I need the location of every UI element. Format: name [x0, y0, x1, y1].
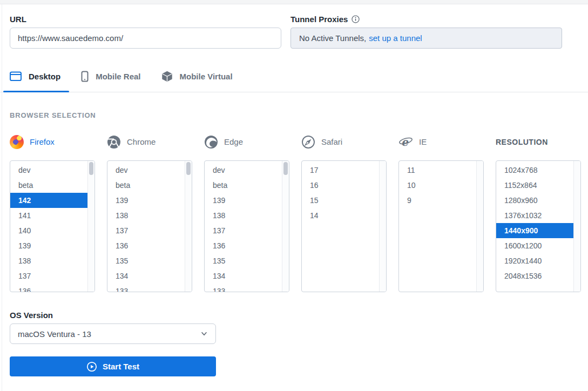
- tunnel-status-box: No Active Tunnels, set up a tunnel: [290, 28, 562, 49]
- list-item[interactable]: 10: [399, 178, 476, 193]
- list-item[interactable]: 138: [10, 253, 87, 268]
- list-item[interactable]: 133: [107, 284, 185, 292]
- list-item[interactable]: dev: [10, 163, 87, 178]
- scrollbar-thumb[interactable]: [186, 162, 191, 175]
- tab-mobile-real-label: Mobile Real: [96, 72, 140, 81]
- list-item[interactable]: 137: [107, 223, 185, 238]
- list-item[interactable]: 135: [205, 253, 282, 268]
- play-icon: [86, 361, 97, 372]
- scrollbar-track[interactable]: [573, 161, 580, 292]
- ie-version-list: 11109: [399, 161, 476, 292]
- edge-version-listbox: devbeta139138137136135134133: [204, 160, 289, 292]
- scrollbar-track[interactable]: [379, 161, 386, 292]
- list-item[interactable]: 136: [10, 284, 87, 292]
- scrollbar-track[interactable]: [87, 161, 94, 292]
- browser-name-chrome: Chrome: [127, 137, 156, 146]
- scrollbar-thumb[interactable]: [89, 162, 93, 175]
- svg-text:e: e: [401, 136, 409, 149]
- list-item[interactable]: 133: [205, 284, 282, 292]
- tabs-divider: [0, 92, 588, 92]
- list-item[interactable]: dev: [205, 163, 282, 178]
- resolution-list: 1024x7681152x8641280x9601376x10321440x90…: [496, 161, 573, 292]
- tab-mobile-virtual[interactable]: Mobile Virtual: [161, 71, 233, 82]
- list-item[interactable]: 136: [107, 238, 185, 253]
- list-item[interactable]: 141: [10, 208, 87, 223]
- tab-mobile-real[interactable]: Mobile Real: [81, 71, 140, 82]
- tab-mobile-virtual-label: Mobile Virtual: [180, 72, 233, 81]
- start-test-label: Start Test: [103, 362, 139, 371]
- firefox-icon: [10, 135, 24, 149]
- list-item[interactable]: 16: [302, 178, 379, 193]
- scrollbar-track[interactable]: [185, 161, 192, 292]
- list-item[interactable]: 14: [302, 208, 379, 223]
- tab-desktop[interactable]: Desktop: [10, 71, 60, 82]
- mobile-virtual-icon: [161, 71, 173, 82]
- setup-tunnel-link[interactable]: set up a tunnel: [369, 33, 422, 43]
- chrome-icon: [107, 135, 121, 149]
- active-tab-indicator: [3, 91, 69, 92]
- list-item[interactable]: 142: [10, 193, 87, 208]
- info-icon[interactable]: [352, 15, 360, 23]
- list-item[interactable]: 1152x864: [496, 178, 573, 193]
- resolution-listbox: 1024x7681152x8641280x9601376x10321440x90…: [496, 160, 581, 292]
- list-item[interactable]: 1600x1200: [496, 238, 573, 253]
- ie-icon: e: [398, 135, 413, 149]
- os-version-value: macOS Ventura - 13: [18, 329, 91, 339]
- safari-version-list: 17161514: [302, 161, 379, 292]
- list-item[interactable]: 139: [10, 238, 87, 253]
- browser-option-chrome[interactable]: Chrome: [107, 134, 192, 149]
- list-item[interactable]: 1440x900: [496, 223, 573, 238]
- scrollbar-thumb[interactable]: [283, 162, 288, 175]
- os-version-select[interactable]: macOS Ventura - 13: [10, 323, 216, 344]
- list-item[interactable]: 1920x1440: [496, 253, 573, 268]
- column-chrome: Chrome devbeta139138137136135134133: [107, 134, 192, 292]
- list-item[interactable]: 135: [107, 253, 185, 268]
- list-item[interactable]: 137: [10, 268, 87, 284]
- list-item[interactable]: 17: [302, 163, 379, 178]
- panel-left-edge: [2, 4, 2, 391]
- browser-selection-heading: BROWSER SELECTION: [10, 111, 96, 119]
- safari-version-listbox: 17161514: [301, 160, 387, 292]
- column-resolution: RESOLUTION 1024x7681152x8641280x9601376x…: [496, 134, 581, 292]
- resolution-heading: RESOLUTION: [496, 138, 548, 146]
- list-item[interactable]: 137: [205, 223, 282, 238]
- url-label: URL: [10, 15, 26, 24]
- browser-name-ie: IE: [419, 137, 427, 146]
- edge-version-list: devbeta139138137136135134133: [205, 161, 282, 292]
- list-item[interactable]: beta: [107, 178, 185, 193]
- list-item[interactable]: beta: [10, 178, 87, 193]
- tunnel-proxies-label: Tunnel Proxies: [290, 15, 348, 24]
- list-item[interactable]: 134: [205, 268, 282, 284]
- list-item[interactable]: 1376x1032: [496, 208, 573, 223]
- list-item[interactable]: 134: [107, 268, 185, 284]
- list-item[interactable]: 139: [205, 193, 282, 208]
- list-item[interactable]: 136: [205, 238, 282, 253]
- list-item[interactable]: 140: [10, 223, 87, 238]
- list-item[interactable]: dev: [107, 163, 185, 178]
- url-input[interactable]: [10, 28, 281, 49]
- list-item[interactable]: 1280x960: [496, 193, 573, 208]
- list-item[interactable]: 138: [205, 208, 282, 223]
- list-item[interactable]: 139: [107, 193, 185, 208]
- list-item[interactable]: beta: [205, 178, 282, 193]
- edge-icon: [204, 135, 218, 149]
- browser-option-safari[interactable]: Safari: [301, 134, 387, 149]
- list-item[interactable]: 15: [302, 193, 379, 208]
- list-item[interactable]: 9: [399, 193, 476, 208]
- tunnel-status-text: No Active Tunnels,: [299, 33, 366, 43]
- list-item[interactable]: 11: [399, 163, 476, 178]
- firefox-version-list: devbeta142141140139138137136: [10, 161, 87, 292]
- list-item[interactable]: 1024x768: [496, 163, 573, 178]
- list-item[interactable]: 138: [107, 208, 185, 223]
- list-item[interactable]: 2048x1536: [496, 268, 573, 284]
- browser-option-ie[interactable]: e IE: [398, 134, 484, 149]
- scrollbar-track[interactable]: [282, 161, 289, 292]
- scrollbar-track[interactable]: [476, 161, 483, 292]
- chevron-down-icon: [200, 330, 208, 338]
- chrome-version-listbox: devbeta139138137136135134133: [107, 160, 192, 292]
- browser-option-edge[interactable]: Edge: [204, 134, 289, 149]
- panel-top-edge: [0, 0, 588, 4]
- browser-option-firefox[interactable]: Firefox: [10, 134, 95, 149]
- desktop-icon: [10, 71, 22, 82]
- start-test-button[interactable]: Start Test: [10, 356, 216, 376]
